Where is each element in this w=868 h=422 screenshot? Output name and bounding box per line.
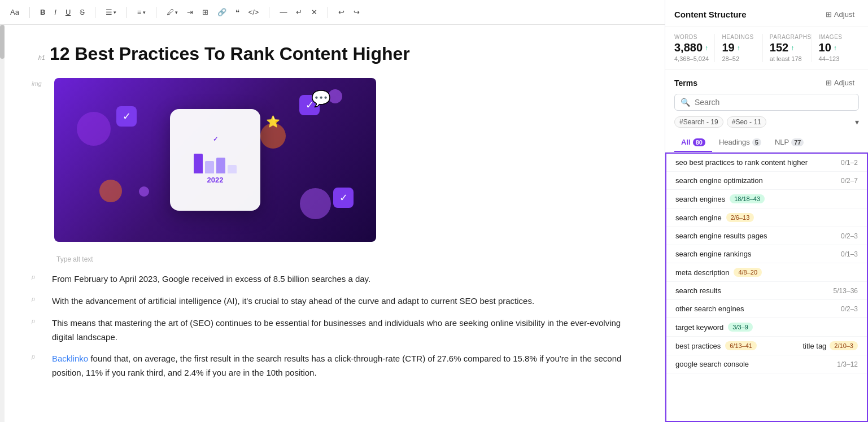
images-arrow: ↑: [834, 44, 837, 52]
para-text-2[interactable]: With the advancement of artificial intel…: [52, 294, 638, 308]
term-text-ser: search engine rankings: [675, 250, 751, 258]
tag-seo[interactable]: #Seo - 11: [727, 116, 766, 128]
term-text-target-kw: target keyword: [675, 323, 723, 332]
align-btn[interactable]: ☰ ▾: [102, 6, 120, 19]
tab-headings-label: Headings: [719, 138, 750, 146]
toolbar-history-group: ↩ ↪: [335, 6, 363, 19]
title-tag-group: title tag 2/10–3: [802, 341, 858, 350]
font-size-btn[interactable]: Aa: [7, 6, 23, 19]
bold-btn[interactable]: B: [37, 6, 49, 19]
para-text-4[interactable]: Backlinko found that, on average, the fi…: [52, 352, 638, 380]
term-text-best-practices: best practices: [675, 342, 721, 350]
underline-btn[interactable]: U: [62, 6, 74, 19]
headings-value-row: 19 ↑: [722, 41, 762, 54]
paragraph-row-3: p This means that mastering the art of (…: [32, 316, 638, 345]
adjust-icon: ⊞: [826, 10, 832, 19]
backlinko-link[interactable]: Backlinko: [52, 354, 88, 363]
code-btn[interactable]: </>: [245, 6, 263, 19]
term-badge-target-kw: 3/3–9: [728, 323, 753, 332]
images-label: IMAGES: [819, 34, 859, 40]
images-value-row: 10 ↑: [819, 41, 859, 54]
main-scrollbar[interactable]: [0, 25, 5, 422]
term-row-seo[interactable]: search engine optimization 0/2–7: [666, 172, 867, 190]
main-scroll-thumb[interactable]: [0, 25, 5, 59]
term-count-gsc: 1/3–12: [837, 360, 858, 368]
special-char-btn[interactable]: ↵: [293, 6, 306, 19]
toolbar-util-group: — ↵ ✕: [276, 6, 321, 19]
tabs-row: All 80 Headings 5 NLP 77: [665, 133, 868, 153]
list-btn[interactable]: ≡ ▾: [134, 6, 149, 19]
term-row-search-engine[interactable]: search engine 2/6–13: [666, 208, 867, 227]
term-row-search-engines[interactable]: search engines 18/18–43: [666, 190, 867, 208]
toolbar-format-group: B I U S: [37, 6, 88, 19]
content-structure-adjust-btn[interactable]: ⊞ Adjust: [821, 8, 859, 21]
bar-2: [205, 161, 214, 173]
terms-header: Terms ⊞ Adjust: [665, 69, 868, 94]
term-row-best-practices[interactable]: best practices 6/13–41 title tag 2/10–3: [666, 337, 867, 355]
stat-words: WORDS 3,880 ↑ 4,368–5,024: [674, 34, 714, 62]
strikethrough-btn[interactable]: S: [76, 6, 88, 19]
words-range: 4,368–5,024: [674, 55, 714, 62]
article-title[interactable]: 12 Best Practices To Rank Content Higher: [50, 43, 410, 64]
tab-all-badge: 80: [693, 138, 705, 146]
tag-search[interactable]: #Search - 19: [674, 116, 723, 128]
divider-btn[interactable]: —: [276, 6, 290, 19]
headings-label: HEADINGS: [722, 34, 762, 40]
paragraphs-label: PARAGRAPHS: [770, 34, 812, 40]
search-input[interactable]: [695, 98, 853, 107]
alt-text[interactable]: Type alt text: [56, 255, 638, 263]
term-left-best-practices: best practices 6/13–41: [675, 341, 802, 350]
tab-nlp[interactable]: NLP 77: [768, 133, 811, 152]
para-text-4-after: found that, on average, the first result…: [52, 354, 621, 377]
chevron-down-icon: ▾: [114, 10, 116, 15]
para-text-3[interactable]: This means that mastering the art of (SE…: [52, 316, 638, 345]
highlight-btn[interactable]: 🖊 ▾: [163, 6, 181, 19]
terms-adjust-icon: ⊞: [826, 79, 832, 87]
term-row-serp[interactable]: search engine results pages 0/2–3: [666, 227, 867, 245]
term-text-other-search: other search engines: [675, 304, 744, 313]
term-count-seo: 0/2–7: [841, 177, 858, 185]
redo-btn[interactable]: ↪: [350, 6, 363, 19]
star-decoration: ⭐: [266, 115, 280, 128]
toolbar-insert-group: 🖊 ▾ ⇥ ⊞ 🔗 ❝ </>: [163, 6, 263, 19]
term-count-ser: 0/1–3: [841, 250, 858, 258]
editor-content[interactable]: h1 12 Best Practices To Rank Content Hig…: [5, 25, 665, 422]
terms-adjust-btn[interactable]: ⊞ Adjust: [821, 76, 859, 89]
indent-btn[interactable]: ⇥: [184, 6, 197, 19]
link-btn[interactable]: 🔗: [214, 6, 230, 19]
term-badge-search-engine: 2/6–13: [726, 213, 754, 222]
tab-all[interactable]: All 80: [674, 133, 712, 152]
decoration-blob-4: [300, 188, 331, 219]
erase-btn[interactable]: ✕: [308, 6, 321, 19]
term-row-meta[interactable]: meta description 4/8–20: [666, 263, 867, 282]
term-row-search-results[interactable]: search results 5/13–36: [666, 282, 867, 300]
stat-images: IMAGES 10 ↑ 44–123: [812, 34, 859, 62]
bar-3: [216, 158, 225, 173]
card-icon-check: ✓: [213, 136, 218, 143]
paragraphs-value-row: 152 ↑: [770, 41, 812, 54]
article-image[interactable]: ✓ ✓ ✓ 💬 ⭐ ✓: [54, 78, 376, 242]
term-row-other-search[interactable]: other search engines 0/2–3: [666, 300, 867, 318]
term-row-ser[interactable]: search engine rankings 0/1–3: [666, 245, 867, 263]
highlight-icon: 🖊: [167, 8, 174, 16]
term-row-target-kw[interactable]: target keyword 3/3–9: [666, 318, 867, 337]
paragraphs-range: at least 178: [770, 55, 812, 62]
images-value: 10: [819, 41, 831, 54]
term-row-seo-best[interactable]: seo best practices to rank content highe…: [666, 154, 867, 172]
tab-headings[interactable]: Headings 5: [712, 133, 768, 152]
undo-btn[interactable]: ↩: [335, 6, 348, 19]
expand-tags-btn[interactable]: ▾: [855, 118, 859, 127]
term-text-search-engine: search engine: [675, 214, 722, 222]
quote-btn[interactable]: ❝: [232, 6, 243, 19]
image-btn[interactable]: ⊞: [199, 6, 212, 19]
search-box[interactable]: 🔍: [674, 94, 859, 111]
para-text-1[interactable]: From February to April 2023, Google rece…: [52, 272, 638, 286]
h1-row: h1 12 Best Practices To Rank Content Hig…: [32, 43, 638, 64]
italic-btn[interactable]: I: [51, 6, 60, 19]
tab-nlp-badge: 77: [791, 138, 804, 146]
term-count-search-results: 5/13–36: [834, 287, 858, 295]
tag-row: #Search - 19 #Seo - 11 ▾: [665, 116, 868, 133]
term-row-gsc[interactable]: google search console 1/3–12: [666, 355, 867, 373]
term-badge-search-engines: 18/18–43: [730, 194, 765, 203]
stat-headings: HEADINGS 19 ↑ 28–52: [714, 34, 762, 62]
